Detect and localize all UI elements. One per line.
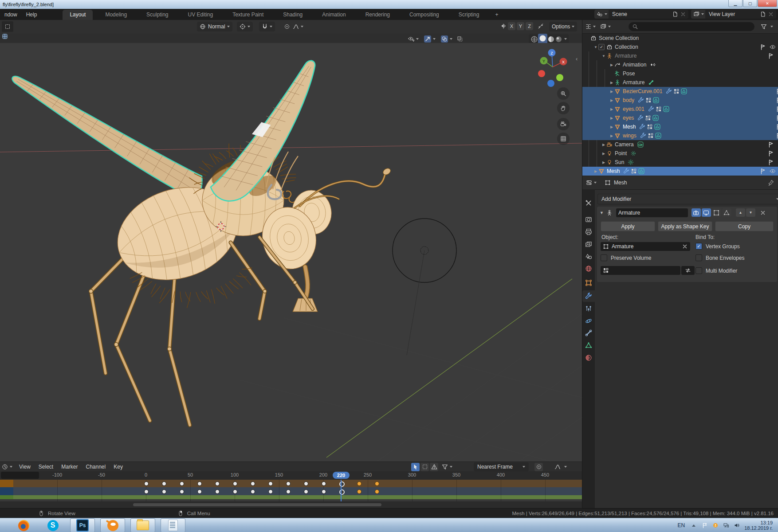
new-view-layer-icon[interactable] [760, 11, 766, 17]
expander-icon[interactable]: ▶ [593, 169, 598, 173]
flag-toggle[interactable] [760, 44, 766, 50]
apply-as-shape-key-button[interactable]: Apply as Shape Key [658, 221, 712, 231]
keyframe-200[interactable] [322, 489, 326, 494]
scene-selector[interactable]: Scene [594, 10, 688, 19]
properties-tab-world[interactable] [582, 263, 595, 274]
preserve-volume-checkbox[interactable] [601, 254, 607, 261]
outliner-row-collection[interactable]: ▼✓Collection [582, 43, 778, 51]
mirror-z-button[interactable]: Z [526, 22, 533, 30]
outliner-row-point[interactable]: ▶Point [582, 149, 778, 158]
wrench-icon[interactable] [637, 115, 644, 121]
properties-tab-physics[interactable] [582, 315, 595, 327]
notification-icon[interactable] [712, 522, 719, 528]
expander-icon[interactable]: ▶ [609, 134, 614, 138]
meshdata-icon[interactable] [653, 97, 659, 103]
snap-falloff-icon[interactable] [538, 23, 544, 29]
wrench-icon[interactable] [623, 168, 629, 174]
keyframe-200[interactable] [322, 481, 326, 486]
keyframe-240[interactable] [357, 481, 361, 486]
ortho-toggle-button[interactable] [557, 133, 570, 145]
timeline-menu-view[interactable]: View [15, 462, 35, 471]
outliner-row-armature[interactable]: ▼Armature [582, 51, 778, 60]
timeline-channels[interactable] [0, 480, 582, 501]
keyframe-140[interactable] [268, 481, 273, 486]
outliner-display-mode-icon[interactable] [600, 23, 606, 30]
panel-expand-icon[interactable]: ▼ [600, 211, 604, 215]
keyframe-160[interactable] [286, 489, 291, 494]
keyframe-160[interactable] [286, 481, 291, 486]
keyframe-60[interactable] [197, 481, 202, 486]
wrench-icon[interactable] [639, 124, 645, 130]
outliner-row-animation[interactable]: ▶Animation [582, 60, 778, 69]
expander-icon[interactable]: ▶ [601, 143, 606, 147]
options-dropdown[interactable]: Options [549, 22, 577, 31]
transform-orientation-dropdown[interactable]: Normal [197, 22, 232, 31]
visibility-dropdown[interactable] [405, 34, 421, 44]
multi-modifier-checkbox[interactable] [695, 267, 702, 274]
expander-icon[interactable]: ▶ [609, 116, 614, 120]
properties-tab-render[interactable] [582, 214, 595, 225]
mirror-y-button[interactable]: Y [517, 22, 524, 30]
keyframe-40[interactable] [180, 489, 184, 494]
shading-wireframe-button[interactable] [530, 35, 538, 43]
eye-toggle[interactable] [770, 168, 776, 174]
flag-toggle[interactable] [768, 53, 774, 59]
properties-tab-view-layer[interactable] [582, 239, 595, 250]
modifier-cage-toggle[interactable] [722, 208, 731, 217]
properties-tab-object-data[interactable] [582, 340, 595, 351]
object-field[interactable]: Armature [601, 242, 690, 251]
properties-editor-icon[interactable] [586, 180, 592, 186]
add-workspace-button[interactable]: + [491, 10, 502, 20]
vgroup-icon[interactable] [647, 124, 653, 130]
meshdata-icon[interactable] [638, 168, 644, 174]
modifier-up-button[interactable]: ▲ [736, 208, 745, 217]
wrench-icon[interactable] [638, 97, 644, 103]
vgroup-icon[interactable] [631, 168, 637, 174]
timeline-scrollbar[interactable] [133, 503, 381, 506]
keyframe-260[interactable] [375, 489, 379, 494]
workspace-tab-texture-paint[interactable]: Texture Paint [225, 10, 271, 20]
properties-tab-scene[interactable] [582, 250, 595, 262]
bone-envelopes-checkbox[interactable] [695, 254, 702, 261]
title-bar[interactable]: fly\firefly\firefly_2.blend] ▁ ▢ ✕ [0, 0, 778, 9]
flag-toggle[interactable] [768, 150, 774, 156]
collection-checkbox[interactable]: ✓ [598, 44, 605, 50]
outliner-row-scene-collection[interactable]: Scene Collection [582, 34, 778, 43]
outliner-row-pose[interactable]: Pose [582, 69, 778, 78]
mirror-x-button[interactable]: X [508, 22, 515, 30]
view-layer-name[interactable]: View Layer [705, 11, 760, 17]
expander-icon[interactable]: ▶ [609, 125, 614, 129]
keys-icon[interactable] [650, 62, 656, 68]
sun-light-icon[interactable] [628, 159, 634, 165]
current-frame-badge[interactable]: 220 [333, 472, 350, 479]
network-icon[interactable] [723, 522, 729, 528]
taskbar-app-wordpad[interactable] [161, 518, 185, 532]
taskbar-app-blender[interactable] [100, 518, 125, 532]
wrench-icon[interactable] [666, 88, 672, 94]
timeline-menu-select[interactable]: Select [35, 462, 57, 471]
workspace-tab-rendering[interactable]: Rendering [358, 10, 397, 20]
workspace-tab-layout[interactable]: Layout [63, 10, 93, 20]
keyframe-260[interactable] [375, 481, 379, 486]
keyframe-100[interactable] [233, 481, 237, 486]
keyframe-240[interactable] [357, 489, 361, 494]
show-errors-toggle[interactable] [430, 463, 438, 471]
workspace-tab-modeling[interactable]: Modeling [98, 10, 134, 20]
expander-icon[interactable]: ▶ [601, 160, 606, 164]
show-hidden-toggle[interactable] [420, 463, 429, 471]
properties-tab-material[interactable] [582, 352, 595, 364]
keyframe-120[interactable] [251, 489, 255, 494]
keyframe-80[interactable] [215, 489, 220, 494]
playhead-line[interactable] [341, 480, 342, 501]
outliner-row-eyes-001[interactable]: ▶eyes.001 [582, 105, 778, 113]
modifier-render-toggle[interactable] [692, 208, 701, 217]
keyframe-20[interactable] [162, 489, 166, 494]
gizmo-dropdown[interactable] [421, 34, 438, 44]
snap-dropdown[interactable] [259, 22, 275, 31]
keyframe-20[interactable] [162, 481, 166, 486]
meshdata-icon[interactable] [654, 124, 660, 130]
timeline-menu-key[interactable]: Key [110, 462, 127, 471]
meshdata-icon[interactable] [655, 133, 661, 139]
timeline-editor-icon[interactable] [2, 464, 8, 470]
tray-expand-icon[interactable] [692, 524, 695, 527]
